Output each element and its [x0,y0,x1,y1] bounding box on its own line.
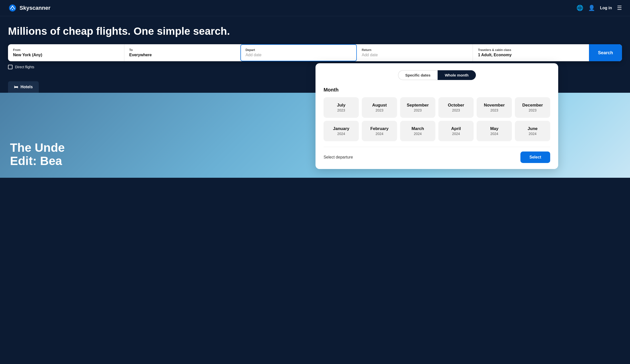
login-button[interactable]: Log in [600,6,612,10]
month-section-title: Month [324,87,550,93]
month-section: Month July2023August2023September2023Oct… [324,87,550,141]
month-year: 2024 [519,132,546,136]
month-year: 2023 [366,108,393,112]
direct-flights-checkbox[interactable] [8,65,13,69]
logo-text: Skyscanner [20,5,51,11]
month-year: 2024 [366,132,393,136]
month-name: December [519,103,546,108]
select-departure-text: Select departure [324,155,353,160]
month-year: 2023 [328,108,355,112]
hotels-tab-label: Hotels [21,85,33,89]
month-year: 2023 [442,108,470,112]
month-card[interactable]: June2024 [515,121,550,141]
logo-area: Skyscanner [8,4,51,12]
whole-month-btn[interactable]: Whole month [438,70,476,80]
month-card[interactable]: May2024 [477,121,512,141]
hero-text-line1: The Unde [10,141,65,154]
travelers-value: 1 Adult, Economy [478,53,512,57]
month-year: 2023 [404,108,431,112]
month-name: August [366,103,393,108]
month-card[interactable]: February2024 [362,121,397,141]
month-name: May [481,126,508,131]
header-right: 🌐 👤 Log in ☰ [576,5,622,11]
skyscanner-logo-icon [8,4,17,12]
month-year: 2023 [519,108,546,112]
from-label: From [13,48,119,52]
specific-dates-btn[interactable]: Specific dates [398,70,438,80]
hero-image-text: The Unde Edit: Bea [10,141,65,168]
depart-value: Add date [245,53,261,57]
month-name: November [481,103,508,108]
month-card[interactable]: October2023 [438,97,474,118]
month-name: October [442,103,470,108]
month-card[interactable]: November2023 [477,97,512,118]
globe-icon[interactable]: 🌐 [576,5,583,11]
month-year: 2024 [442,132,470,136]
hotel-icon: 🛏 [14,85,18,89]
month-name: July [328,103,355,108]
hero-section: Millions of cheap flights. One simple se… [0,16,630,76]
svg-point-0 [12,9,13,10]
depart-label: Depart [245,48,352,52]
months-grid-row1: July2023August2023September2023October20… [324,97,550,118]
header: Skyscanner 🌐 👤 Log in ☰ [0,0,630,16]
month-card[interactable]: December2023 [515,97,550,118]
travelers-label: Travelers & cabin class [478,48,584,52]
months-grid-row2: January2024February2024March2024April202… [324,121,550,141]
hotels-tab[interactable]: 🛏 Hotels [8,81,39,93]
month-card[interactable]: August2023 [362,97,397,118]
from-field[interactable]: From New York (Any) [8,44,124,61]
travelers-field[interactable]: Travelers & cabin class 1 Adult, Economy [473,44,589,61]
from-value: New York (Any) [13,53,42,57]
month-card[interactable]: March2024 [400,121,435,141]
month-name: June [519,126,546,131]
month-year: 2024 [481,132,508,136]
month-name: September [404,103,431,108]
menu-icon[interactable]: ☰ [617,5,622,11]
picker-footer: Select departure Select [324,147,550,163]
depart-field[interactable]: Depart Add date Specific dates Whole mon… [240,44,357,61]
return-value: Add date [362,53,378,57]
month-card[interactable]: July2023 [324,97,359,118]
search-button[interactable]: Search [589,44,622,61]
date-toggle: Specific dates Whole month [324,70,550,80]
month-name: April [442,126,470,131]
month-year: 2024 [404,132,431,136]
to-label: To [129,48,235,52]
select-button[interactable]: Select [520,152,550,163]
month-name: March [404,126,431,131]
to-value: Everywhere [129,53,152,57]
month-name: February [366,126,393,131]
direct-flights-label: Direct flights [15,65,34,69]
hero-title: Millions of cheap flights. One simple se… [8,25,622,37]
date-picker-dropdown: Specific dates Whole month Month July202… [316,63,558,169]
month-card[interactable]: September2023 [400,97,435,118]
return-label: Return [362,48,468,52]
hero-text-line2: Edit: Bea [10,154,65,168]
month-year: 2023 [481,108,508,112]
search-bar: From New York (Any) To Everywhere Depart… [8,44,622,61]
user-icon[interactable]: 👤 [588,5,595,11]
month-card[interactable]: April2024 [438,121,474,141]
to-field[interactable]: To Everywhere [124,44,241,61]
month-name: January [328,126,355,131]
month-card[interactable]: January2024 [324,121,359,141]
return-field[interactable]: Return Add date [357,44,473,61]
month-year: 2024 [328,132,355,136]
